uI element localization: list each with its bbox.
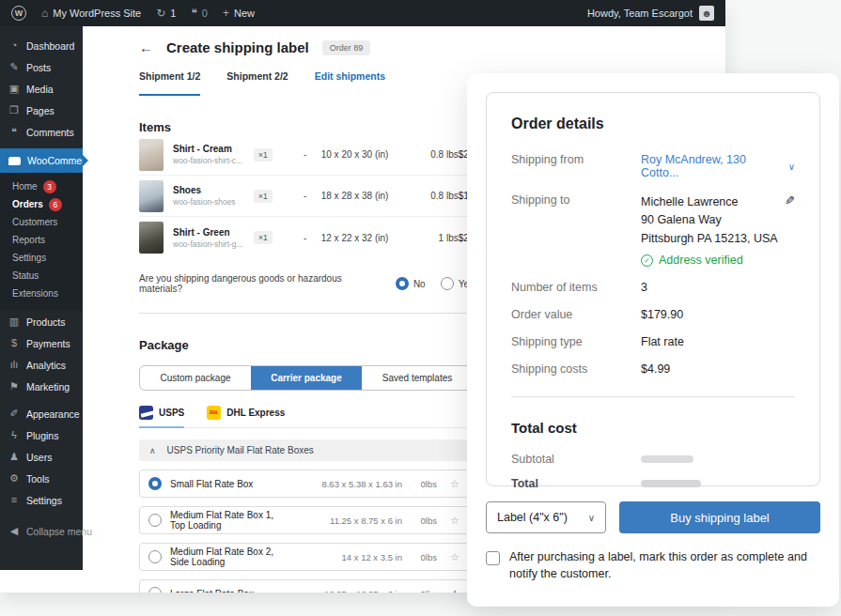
- rate-radio-input[interactable]: [148, 550, 162, 563]
- site-name-link[interactable]: ⌂ My WordPress Site: [41, 8, 141, 19]
- radio-yes-input[interactable]: [441, 277, 454, 290]
- rate-dimensions: 8.63 x 5.38 x 1.63 in: [297, 479, 402, 489]
- submenu-item-customers[interactable]: Customers: [0, 213, 83, 231]
- item-name: Shirt - Green: [173, 227, 254, 238]
- tab-shipment-2[interactable]: Shipment 2/2: [226, 70, 288, 96]
- rate-radio-input[interactable]: [148, 587, 162, 593]
- submenu-item-status[interactable]: Status: [0, 267, 83, 285]
- chevron-up-icon: ∧: [149, 446, 156, 455]
- sidebar-item-posts[interactable]: ✎ Posts: [0, 56, 83, 78]
- sidebar-item-users[interactable]: ♟ Users: [0, 446, 83, 468]
- sidebar-item-tools[interactable]: ⚙ Tools: [0, 468, 83, 489]
- user-avatar[interactable]: ☻: [699, 6, 714, 21]
- wordpress-logo-icon[interactable]: W: [11, 6, 26, 21]
- tab-saved-templates[interactable]: Saved templates: [362, 366, 473, 390]
- sidebar-item-label: Appearance: [26, 408, 80, 420]
- shipping-to-label: Shipping to: [511, 193, 641, 267]
- label-size-select[interactable]: Label (4"x 6") ∨: [486, 501, 606, 533]
- rate-weight: 0lbs: [411, 516, 437, 526]
- updates-indicator[interactable]: ↻ 1: [156, 8, 176, 19]
- submenu-item-reports[interactable]: Reports: [0, 231, 83, 249]
- active-menu-arrow: [83, 155, 88, 166]
- flat-rate-group-header[interactable]: ∧ USPS Priority Mail Flat Rate Boxes: [139, 439, 474, 461]
- sidebar-item-dashboard[interactable]: ◔ Dashboard: [0, 35, 83, 56]
- num-items-value: 3: [641, 281, 647, 294]
- rate-name: Medium Flat Rate Box 1, Top Loading: [170, 510, 288, 531]
- shipping-from-select[interactable]: Roy McAndrew, 130 Cotto... ∨: [641, 153, 795, 179]
- item-dimensions: 12 x 22 x 32 (in): [321, 233, 413, 243]
- sidebar-item-marketing[interactable]: ⚑ Marketing: [0, 376, 83, 397]
- radio-no-input[interactable]: [396, 277, 409, 290]
- collapse-menu-button[interactable]: ◀ Collapse menu: [0, 520, 83, 542]
- item-weight: 0.8 lbs: [413, 149, 459, 160]
- rate-row-large-flat-rate-box[interactable]: Large Flat Rate Box 12.25 x 12.25 x 6 in…: [139, 579, 474, 593]
- sidebar-item-analytics[interactable]: ılı Analytics: [0, 354, 83, 376]
- submenu-label: Extensions: [12, 288, 58, 299]
- star-outline-icon[interactable]: ☆: [445, 551, 464, 563]
- shipping-from-label: Shipping from: [511, 153, 641, 179]
- tab-dhl-express[interactable]: DHL DHL Express: [207, 406, 285, 427]
- order-value: $179.90: [641, 308, 683, 321]
- star-outline-icon[interactable]: ☆: [445, 515, 464, 527]
- edit-shipments-link[interactable]: Edit shipments: [315, 70, 385, 96]
- edit-address-icon[interactable]: ✎: [785, 193, 795, 208]
- sidebar-item-woocommerce[interactable]: WooCommerce: [0, 148, 83, 173]
- submenu-item-settings[interactable]: Settings: [0, 249, 83, 267]
- radio-no-label: No: [413, 279, 426, 289]
- sidebar-item-appearance[interactable]: ✐ Appearance: [0, 403, 83, 424]
- tools-icon: ⚙: [8, 473, 20, 484]
- tab-usps[interactable]: USPS: [139, 406, 184, 427]
- submenu-item-home[interactable]: Home 3: [0, 177, 83, 195]
- order-badge: Order 89: [322, 40, 371, 55]
- page-header: ← Create shipping label Order 89: [139, 39, 474, 55]
- rate-name: Small Flat Rate Box: [170, 479, 288, 489]
- rate-row-small-flat-rate-box[interactable]: Small Flat Rate Box 8.63 x 5.38 x 1.63 i…: [139, 470, 474, 498]
- submenu-item-orders[interactable]: Orders 6: [0, 195, 83, 213]
- item-weight: 0.8 lbs: [413, 191, 459, 201]
- recipient-name: Michelle Lawrence: [641, 193, 778, 211]
- star-outline-icon[interactable]: ☆: [445, 478, 464, 490]
- item-row-shirt-cream: Shirt - Cream woo-fasion-shirt-c... ×1 -…: [139, 134, 474, 176]
- new-label: New: [234, 8, 255, 19]
- tab-carrier-package[interactable]: Carrier package: [251, 366, 362, 390]
- rate-dimensions: 12.25 x 12.25 x 6 in: [297, 589, 402, 593]
- sidebar-item-settings[interactable]: ≡ Settings: [0, 489, 83, 511]
- tab-shipment-1[interactable]: Shipment 1/2: [139, 70, 200, 96]
- howdy-text[interactable]: Howdy, Team Escargot: [587, 8, 693, 19]
- sidebar-item-products[interactable]: ▥ Products: [0, 311, 83, 332]
- usps-logo-icon: [139, 406, 153, 420]
- rate-radio-input[interactable]: [148, 514, 162, 527]
- item-name: Shirt - Cream: [173, 144, 254, 154]
- sidebar-item-comments[interactable]: ❝ Comments: [0, 121, 83, 143]
- sidebar-item-media[interactable]: ▣ Media: [0, 78, 83, 100]
- item-dimensions: 18 x 28 x 38 (in): [321, 191, 413, 201]
- submenu-item-extensions[interactable]: Extensions: [0, 285, 83, 302]
- radio-no[interactable]: No: [396, 277, 426, 290]
- rate-row-medium-flat-rate-box-2[interactable]: Medium Flat Rate Box 2, Side Loading 14 …: [139, 543, 474, 571]
- back-arrow-icon[interactable]: ←: [139, 39, 153, 55]
- order-details-card: Order details Shipping from Roy McAndrew…: [486, 92, 820, 486]
- sidebar-item-pages[interactable]: ❐ Pages: [0, 100, 83, 121]
- home-icon: ⌂: [41, 8, 48, 19]
- panel-divider: [511, 396, 795, 397]
- item-thumbnail: [139, 139, 164, 171]
- comment-bubble-icon: ❝: [191, 8, 196, 19]
- woocommerce-icon: [8, 157, 21, 165]
- submenu-label: Customers: [12, 217, 57, 227]
- sidebar-item-payments[interactable]: $ Payments: [0, 332, 83, 354]
- new-content-button[interactable]: + New: [223, 8, 255, 19]
- media-icon: ▣: [8, 84, 20, 94]
- sidebar-item-label: Analytics: [26, 360, 66, 371]
- rate-row-medium-flat-rate-box-1[interactable]: Medium Flat Rate Box 1, Top Loading 11.2…: [139, 506, 474, 534]
- tab-custom-package[interactable]: Custom package: [140, 366, 251, 390]
- order-details-heading: Order details: [511, 116, 795, 132]
- star-filled-icon[interactable]: ★: [445, 588, 464, 593]
- buy-shipping-label-button[interactable]: Buy shipping label: [619, 501, 820, 533]
- rate-radio-input[interactable]: [148, 477, 162, 490]
- sidebar-item-plugins[interactable]: ϟ Plugins: [0, 424, 83, 446]
- comments-indicator[interactable]: ❝ 0: [191, 8, 208, 19]
- submenu-label: Reports: [12, 235, 45, 245]
- mark-complete-checkbox[interactable]: [486, 551, 500, 565]
- sidebar-item-label: Media: [26, 84, 54, 95]
- item-sku: woo-fasion-shirt-g...: [173, 239, 254, 249]
